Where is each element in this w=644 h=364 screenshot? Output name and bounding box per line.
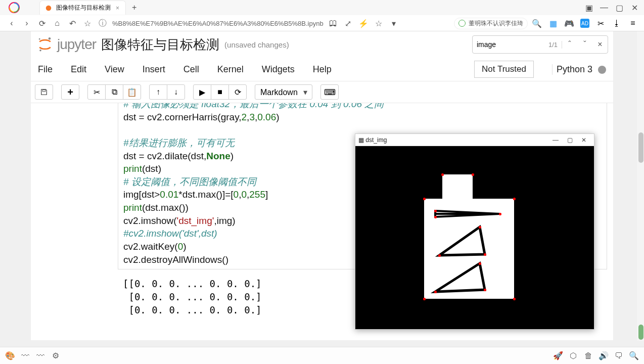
taskbar-trash-icon[interactable]: 🗑 bbox=[583, 351, 593, 361]
kernel-busy-icon bbox=[598, 66, 606, 74]
window-maximize-icon[interactable]: ▢ bbox=[613, 1, 626, 14]
taskbar-note-icon[interactable]: 🗨 bbox=[614, 351, 624, 361]
dropdown-icon[interactable]: ▾ bbox=[388, 18, 399, 29]
toolbar: + ✂ ⧉ 📋 ↑ ↓ ▶ ■ ⟳ Markdown ⌨ bbox=[31, 81, 613, 103]
menu-cell[interactable]: Cell bbox=[183, 64, 199, 75]
search-suggestion[interactable]: 董明珠不认识李佳琦 bbox=[454, 18, 528, 29]
browser-logo[interactable] bbox=[4, 0, 24, 15]
browser-chrome: 图像特征与目标检测 × + ▣ — ▢ ✕ ‹ › ⟳ ⌂ ↶ ☆ ⓘ %B8%… bbox=[0, 0, 644, 31]
svg-rect-5 bbox=[42, 90, 45, 92]
cv-minimize-icon[interactable]: — bbox=[548, 136, 563, 144]
find-input[interactable] bbox=[473, 38, 548, 51]
menu-widgets[interactable]: Widgets bbox=[262, 64, 295, 75]
grid-apps-icon[interactable]: ▦ bbox=[548, 18, 558, 28]
find-count: 1/1 bbox=[548, 41, 562, 49]
browser-tab[interactable]: 图像特征与目标检测 × bbox=[39, 1, 126, 15]
svg-point-2 bbox=[49, 37, 51, 40]
taskbar-search-icon[interactable]: 🔍 bbox=[629, 351, 639, 361]
scrollbar-thumb[interactable] bbox=[638, 132, 643, 163]
cv-titlebar[interactable]: ▦ dst_img — ▢ ✕ bbox=[355, 134, 594, 146]
cell-type-select-wrap: Markdown bbox=[255, 84, 312, 100]
tab-bar: 图像特征与目标检测 × + ▣ — ▢ ✕ bbox=[0, 0, 644, 15]
kernel-name-text: Python 3 bbox=[557, 64, 592, 74]
taskbar-wave2-icon[interactable]: 〰 bbox=[35, 351, 45, 361]
taskbar-paint-icon[interactable]: 🎨 bbox=[5, 351, 15, 361]
cut-button[interactable]: ✂ bbox=[87, 84, 106, 100]
kernel-indicator[interactable]: Python 3 bbox=[552, 64, 606, 75]
new-tab-button[interactable]: + bbox=[129, 2, 140, 13]
menu-icon[interactable]: ≡ bbox=[628, 18, 638, 28]
svg-point-4 bbox=[39, 38, 40, 40]
taskbar-shield-icon[interactable]: ⬡ bbox=[568, 351, 578, 361]
taskbar-rocket-icon[interactable]: 🚀 bbox=[553, 351, 563, 361]
restart-button[interactable]: ⟳ bbox=[228, 84, 247, 100]
move-up-button[interactable]: ↑ bbox=[149, 84, 167, 100]
search-icon[interactable]: 🔍 bbox=[532, 18, 542, 28]
menu-insert[interactable]: Insert bbox=[143, 64, 165, 75]
not-trusted-button[interactable]: Not Trusted bbox=[474, 61, 534, 78]
taskbar-volume-icon[interactable]: 🔊 bbox=[599, 351, 609, 361]
window-close-icon[interactable]: ✕ bbox=[628, 1, 641, 14]
notebook-title[interactable]: 图像特征与目标检测 bbox=[101, 36, 219, 54]
menu-file[interactable]: File bbox=[38, 64, 53, 75]
find-close-icon[interactable]: × bbox=[592, 40, 608, 49]
taskbar-wave-icon[interactable]: 〰 bbox=[20, 351, 30, 361]
jupyter-word: jupyter bbox=[57, 36, 96, 53]
url-text[interactable]: %B8%8E%E7%9B%AE%E6%A0%87%E6%A3%80%E6%B5%… bbox=[112, 20, 324, 27]
swirl-icon bbox=[8, 2, 20, 14]
nav-back-icon[interactable]: ‹ bbox=[6, 18, 17, 29]
menu-view[interactable]: View bbox=[105, 64, 124, 75]
zoom-icon[interactable]: ⤢ bbox=[343, 18, 354, 29]
save-button[interactable] bbox=[35, 84, 53, 100]
run-button[interactable]: ▶ bbox=[193, 84, 211, 100]
move-down-button[interactable]: ↓ bbox=[167, 84, 185, 100]
nav-home-icon[interactable]: ⌂ bbox=[52, 18, 63, 29]
taskbar: 🎨 〰 〰 ⚙ 🚀 ⬡ 🗑 🔊 🗨 🔍 bbox=[0, 347, 644, 364]
jupyter-logo-icon bbox=[36, 35, 54, 54]
suggestion-text: 董明珠不认识李佳琦 bbox=[469, 19, 523, 28]
find-prev-icon[interactable]: ˆ bbox=[562, 40, 577, 49]
cv-window-title: dst_img bbox=[365, 136, 387, 144]
paste-button[interactable]: 📋 bbox=[123, 84, 141, 100]
menu-kernel[interactable]: Kernel bbox=[217, 64, 244, 75]
suggestion-dot-icon bbox=[458, 20, 466, 27]
find-next-icon[interactable]: ˇ bbox=[577, 40, 592, 49]
download-icon[interactable]: ⭳ bbox=[612, 18, 622, 28]
tab-title: 图像特征与目标检测 bbox=[56, 4, 111, 12]
stop-button[interactable]: ■ bbox=[211, 84, 229, 100]
nav-star-icon[interactable]: ☆ bbox=[82, 18, 93, 29]
add-cell-button[interactable]: + bbox=[61, 84, 79, 100]
jupyter-logo[interactable]: jupyter bbox=[36, 35, 96, 54]
svg-point-3 bbox=[39, 50, 41, 52]
command-palette-button[interactable]: ⌨ bbox=[320, 84, 339, 100]
cell-type-select[interactable]: Markdown bbox=[255, 84, 312, 100]
notebook-status: (unsaved changes) bbox=[224, 40, 289, 49]
cv-shape-rect-top bbox=[442, 174, 473, 199]
scrollbar-thumb-2[interactable] bbox=[638, 325, 643, 340]
page-scrollbar[interactable] bbox=[637, 31, 644, 341]
menu-bar: File Edit View Insert Cell Kernel Widget… bbox=[31, 58, 613, 81]
nav-forward-icon[interactable]: › bbox=[21, 18, 32, 29]
taskbar-tools-icon[interactable]: ⚙ bbox=[51, 351, 61, 361]
lock-icon[interactable]: ⓘ bbox=[97, 18, 108, 29]
cv-window[interactable]: ▦ dst_img — ▢ ✕ bbox=[355, 133, 594, 330]
fav-icon[interactable]: ☆ bbox=[373, 18, 384, 29]
flash-icon[interactable]: ⚡ bbox=[358, 18, 369, 29]
nav-reload-icon[interactable]: ⟳ bbox=[36, 18, 48, 29]
cv-maximize-icon[interactable]: ▢ bbox=[563, 136, 577, 144]
window-minimize-icon[interactable]: — bbox=[597, 1, 611, 14]
scissors-icon[interactable]: ✂ bbox=[595, 18, 606, 28]
cv-window-icon: ▦ bbox=[358, 136, 364, 144]
cv-close-icon[interactable]: ✕ bbox=[577, 136, 591, 144]
window-controls: ▣ — ▢ ✕ bbox=[582, 1, 644, 14]
menu-edit[interactable]: Edit bbox=[71, 64, 86, 75]
ad-icon[interactable]: AD bbox=[580, 19, 589, 28]
tab-close-icon[interactable]: × bbox=[115, 5, 120, 12]
sidebar-toggle-icon[interactable]: ▣ bbox=[582, 1, 595, 14]
menu-help[interactable]: Help bbox=[313, 64, 332, 75]
game-icon[interactable]: 🎮 bbox=[564, 18, 574, 28]
reader-icon[interactable]: 🕮 bbox=[328, 18, 339, 29]
copy-button[interactable]: ⧉ bbox=[105, 84, 123, 100]
svg-marker-9 bbox=[435, 263, 485, 292]
nav-undo-icon[interactable]: ↶ bbox=[67, 18, 78, 29]
